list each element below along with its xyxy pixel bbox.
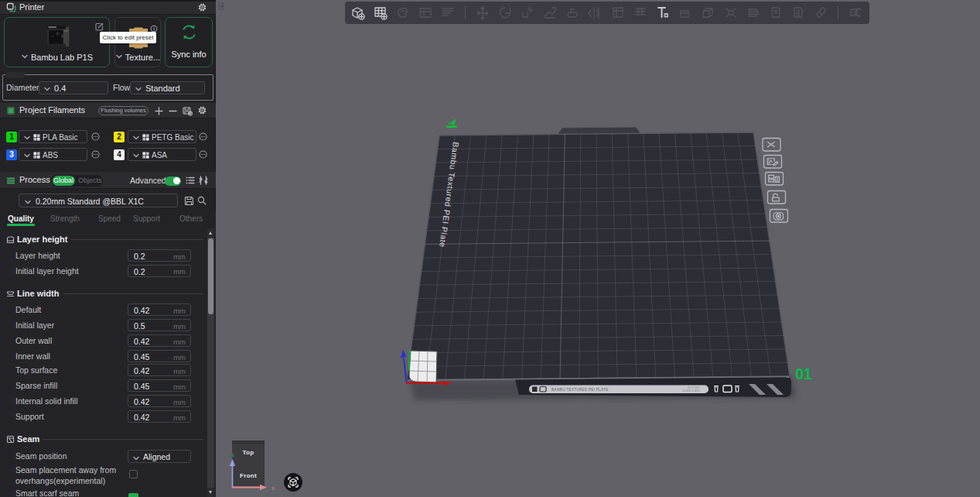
- svg-text:BAMBU TEXTURED PEI PLATE: BAMBU TEXTURED PEI PLATE: [551, 388, 609, 392]
- svg-text:HOT BED: HOT BED: [688, 386, 700, 389]
- svg-text:x: x: [271, 485, 275, 492]
- svg-text:SLIDE PLATE: SLIDE PLATE: [682, 389, 700, 392]
- svg-text:01: 01: [795, 365, 812, 382]
